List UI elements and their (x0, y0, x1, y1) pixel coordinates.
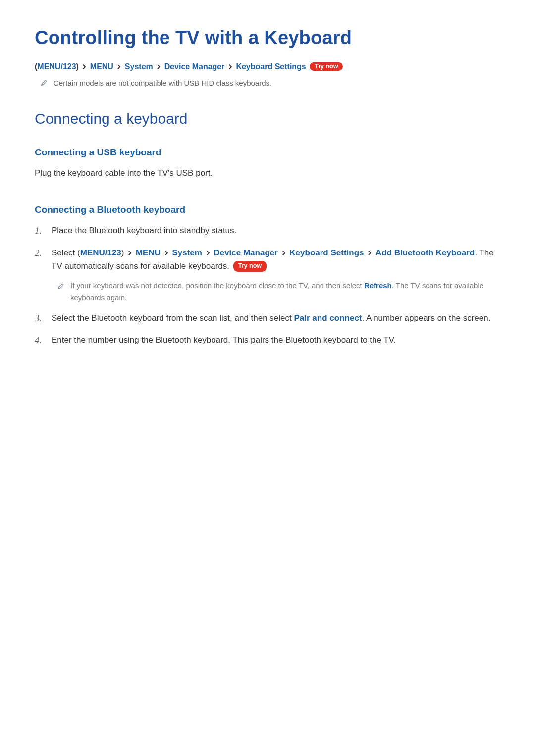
paren-close: ) (76, 62, 79, 71)
step-2-bc-keyboard-settings: Keyboard Settings (289, 248, 364, 257)
chevron-right-icon (281, 247, 286, 260)
step-4: Enter the number using the Bluetooth key… (35, 334, 500, 347)
step-3: Select the Bluetooth keyboard from the s… (35, 312, 500, 325)
usb-keyboard-body: Plug the keyboard cable into the TV's US… (35, 167, 500, 180)
breadcrumb-item-device-manager: Device Manager (164, 62, 225, 71)
note-compatibility: Certain models are not compatible with U… (41, 79, 500, 88)
step-2-bc-menu: MENU (136, 248, 160, 257)
chevron-right-icon (82, 63, 87, 72)
step-2-bc-system: System (172, 248, 202, 257)
subheading-bluetooth-keyboard: Connecting a Bluetooth keyboard (35, 204, 500, 215)
document-page: Controlling the TV with a Keyboard (MENU… (0, 0, 535, 405)
chevron-right-icon (156, 63, 161, 72)
step-3-pair-connect: Pair and connect (294, 313, 362, 323)
subheading-usb-keyboard: Connecting a USB keyboard (35, 147, 500, 158)
breadcrumb: (MENU/123) MENU System Device Manager Ke… (35, 62, 500, 72)
step-1: Place the Bluetooth keyboard into standb… (35, 224, 500, 237)
chevron-right-icon (116, 63, 121, 72)
try-now-badge[interactable]: Try now (233, 261, 267, 272)
step-3-pre: Select the Bluetooth keyboard from the s… (52, 313, 294, 323)
pencil-icon (41, 79, 48, 88)
chevron-right-icon (367, 247, 372, 260)
chevron-right-icon (127, 247, 132, 260)
step-2-pre: Select (52, 248, 77, 257)
bluetooth-steps-list: Place the Bluetooth keyboard into standb… (35, 224, 500, 347)
step-2-bc-add-bluetooth: Add Bluetooth Keyboard (375, 248, 475, 257)
try-now-badge[interactable]: Try now (310, 62, 343, 71)
step-2-subnote-text: If your keyboard was not detected, posit… (70, 280, 500, 303)
step-2-bc-menu123: MENU/123 (80, 248, 121, 257)
breadcrumb-item-keyboard-settings: Keyboard Settings (236, 62, 306, 71)
breadcrumb-item-menu123: MENU/123 (37, 62, 76, 71)
breadcrumb-item-menu: MENU (90, 62, 113, 71)
step-3-post: . A number appears on the screen. (362, 313, 491, 323)
subnote-pre: If your keyboard was not detected, posit… (70, 281, 364, 290)
pencil-icon (57, 281, 64, 293)
section-heading-connecting: Connecting a keyboard (35, 110, 500, 127)
step-2: Select (MENU/123) MENU System Device Man… (35, 247, 500, 303)
chevron-right-icon (164, 247, 169, 260)
step-2-subnote: If your keyboard was not detected, posit… (57, 280, 500, 303)
note-text: Certain models are not compatible with U… (54, 79, 271, 87)
page-title: Controlling the TV with a Keyboard (35, 27, 500, 49)
step-1-text: Place the Bluetooth keyboard into standb… (52, 226, 236, 235)
subnote-refresh: Refresh (364, 281, 392, 290)
breadcrumb-item-system: System (125, 62, 153, 71)
paren-close: ) (121, 248, 124, 257)
chevron-right-icon (228, 63, 233, 72)
step-4-text: Enter the number using the Bluetooth key… (52, 335, 396, 345)
chevron-right-icon (206, 247, 211, 260)
step-2-bc-device-manager: Device Manager (214, 248, 277, 257)
